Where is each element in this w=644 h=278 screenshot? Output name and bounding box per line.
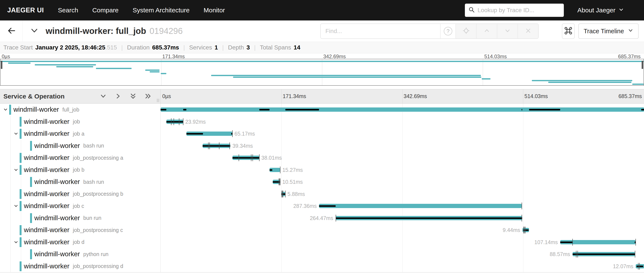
log-marker bbox=[282, 190, 282, 198]
nav-item-compare[interactable]: Compare bbox=[92, 6, 118, 14]
span-name-cell[interactable]: windmill-workerjob d bbox=[0, 236, 160, 248]
indent-guide bbox=[10, 164, 11, 176]
collapse-trace-detail-button[interactable] bbox=[29, 25, 40, 37]
critical-path-segment bbox=[285, 109, 319, 110]
collapse-all-button[interactable] bbox=[129, 92, 137, 101]
grid-line bbox=[523, 164, 523, 176]
service-name: windmill-worker bbox=[24, 154, 70, 162]
span-timeline-cell: 23.92ms bbox=[160, 116, 644, 128]
span-name-cell[interactable]: windmill-workerbun run bbox=[0, 212, 160, 224]
span-bar[interactable] bbox=[319, 204, 522, 208]
operation-name: full_job bbox=[62, 106, 79, 113]
operation-name: bash run bbox=[84, 179, 104, 185]
span-duration-label: 65.17ms bbox=[234, 128, 255, 140]
span-row: windmill-workerbash run10.51ms bbox=[0, 176, 644, 188]
span-names: windmill-workerjob_postprocessing b bbox=[24, 188, 123, 200]
span-name-cell[interactable]: windmill-workerbash run bbox=[0, 176, 160, 188]
span-bar[interactable] bbox=[160, 108, 644, 112]
view-type-dropdown[interactable]: Trace Timeline bbox=[578, 24, 639, 39]
next-match-button[interactable] bbox=[497, 24, 518, 38]
chevron-down-icon[interactable] bbox=[14, 204, 18, 209]
critical-path-segment bbox=[186, 133, 203, 134]
log-marker bbox=[280, 178, 280, 185]
app-logo[interactable]: JAEGER UI bbox=[7, 6, 44, 14]
span-row: windmill-workerjob23.92ms bbox=[0, 116, 644, 128]
clear-find-button[interactable] bbox=[518, 24, 538, 38]
about-jaeger-menu[interactable]: About Jaeger bbox=[578, 6, 624, 14]
view-type-label: Trace Timeline bbox=[584, 28, 624, 35]
timeline-minimap[interactable] bbox=[0, 59, 644, 86]
critical-path-segment bbox=[572, 254, 635, 255]
span-names: windmill-workerjob_postprocessing d bbox=[24, 260, 123, 272]
command-icon bbox=[564, 26, 573, 36]
span-name-cell[interactable]: windmill-workerjob c bbox=[0, 200, 160, 212]
summary-label: Depth bbox=[228, 44, 244, 51]
span-names: windmill-workerjob b bbox=[24, 164, 84, 176]
summary-label: Duration bbox=[127, 44, 150, 51]
span-name-cell[interactable]: windmill-workerjob_postprocessing b bbox=[0, 188, 160, 200]
service-name: windmill-worker bbox=[24, 226, 70, 234]
question-mark-icon: ? bbox=[444, 27, 452, 36]
chevron-down-icon[interactable] bbox=[14, 131, 18, 137]
operation-name: job b bbox=[73, 167, 84, 173]
focus-matches-button[interactable] bbox=[456, 24, 476, 38]
find-input[interactable] bbox=[321, 24, 440, 38]
log-marker bbox=[230, 142, 230, 149]
time-tick-label: 685.37ms bbox=[618, 93, 642, 99]
span-name-cell[interactable]: windmill-workerjob_postprocessing d bbox=[0, 260, 160, 272]
span-name-cell[interactable]: windmill-workerjob b bbox=[0, 164, 160, 176]
log-marker bbox=[578, 251, 578, 258]
span-name-cell[interactable]: windmill-workerbash run bbox=[0, 140, 160, 152]
grid-line bbox=[161, 59, 162, 85]
summary-value: 685.37ms bbox=[152, 44, 179, 51]
grid-line bbox=[523, 176, 523, 188]
operation-name: python run bbox=[84, 251, 108, 257]
critical-path-segment bbox=[160, 109, 166, 110]
span-duration-label: 15.27ms bbox=[282, 164, 303, 176]
span-name-cell[interactable]: windmill-workerjob bbox=[0, 116, 160, 128]
chevron-down-icon[interactable] bbox=[14, 167, 18, 173]
keyboard-shortcuts-button[interactable] bbox=[562, 24, 575, 39]
double-chevron-right-icon bbox=[144, 92, 152, 101]
time-tick-label: 171.34ms bbox=[283, 93, 306, 99]
chevron-down-icon[interactable] bbox=[3, 107, 8, 113]
span-timeline-cell: 12.07ms bbox=[160, 260, 644, 272]
expand-all-button[interactable] bbox=[144, 92, 152, 101]
span-row: windmill-workerpython run88.57ms bbox=[0, 248, 644, 260]
time-tick-label: 171.34ms bbox=[162, 54, 185, 60]
log-marker bbox=[576, 251, 576, 258]
nav-item-monitor[interactable]: Monitor bbox=[204, 6, 225, 14]
nav-item-search[interactable]: Search bbox=[58, 6, 78, 14]
span-row: windmill-workerjob c287.36ms bbox=[0, 200, 644, 212]
expand-one-button[interactable] bbox=[114, 92, 122, 101]
span-name-cell[interactable]: windmill-workerfull_job bbox=[0, 104, 160, 116]
nav-item-system-architecture[interactable]: System Architecture bbox=[133, 6, 190, 14]
grid-line bbox=[282, 248, 282, 260]
log-marker bbox=[336, 215, 336, 222]
span-name-cell[interactable]: windmill-workerpython run bbox=[0, 248, 160, 260]
back-button[interactable] bbox=[0, 20, 22, 42]
log-marker bbox=[523, 226, 524, 234]
span-name-cell[interactable]: windmill-workerjob_postprocessing a bbox=[0, 152, 160, 164]
span-row: windmill-workerfull_job bbox=[0, 104, 644, 116]
chevron-down-icon[interactable] bbox=[14, 240, 18, 246]
log-marker bbox=[208, 142, 208, 149]
column-resize-handle[interactable] bbox=[157, 99, 159, 102]
minimap-right-scrubber[interactable] bbox=[642, 61, 643, 69]
collapse-one-button[interactable] bbox=[99, 92, 107, 101]
span-name-cell[interactable]: windmill-workerjob a bbox=[0, 128, 160, 140]
span-names: windmill-workerbash run bbox=[34, 140, 104, 152]
log-marker bbox=[179, 118, 179, 125]
log-marker bbox=[251, 154, 252, 161]
minimap-left-scrubber[interactable] bbox=[1, 61, 2, 69]
trace-lookup-input[interactable] bbox=[478, 7, 560, 14]
chevron-down-icon bbox=[618, 6, 624, 14]
find-help-button[interactable]: ? bbox=[440, 24, 456, 38]
double-chevron-down-icon bbox=[129, 92, 137, 101]
service-name: windmill-worker bbox=[24, 166, 70, 174]
grid-line bbox=[523, 128, 523, 140]
span-name-cell[interactable]: windmill-workerjob_postprocessing c bbox=[0, 224, 160, 236]
span-names: windmill-workerjob bbox=[24, 116, 80, 128]
critical-path-segment bbox=[232, 157, 259, 158]
prev-match-button[interactable] bbox=[476, 24, 497, 38]
